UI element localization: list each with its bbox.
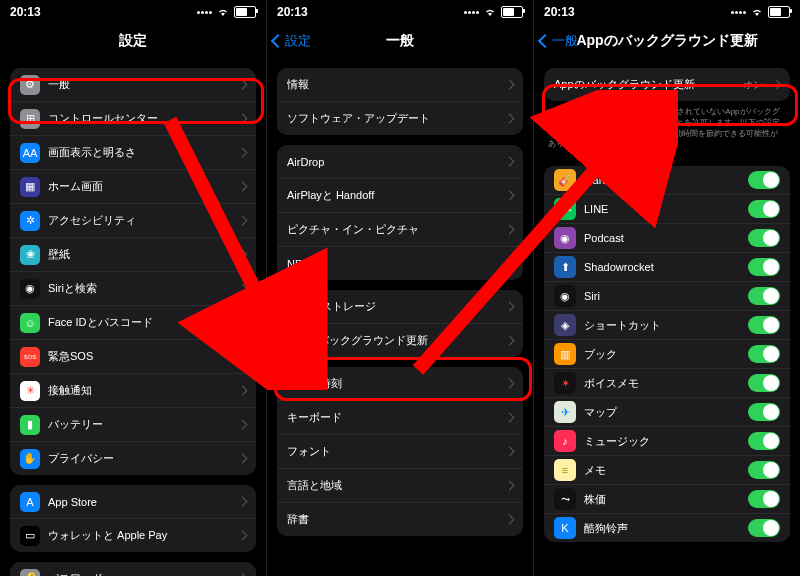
back-button[interactable]: 一般 xyxy=(540,24,578,58)
toggle-books[interactable] xyxy=(748,345,780,363)
chevron-right-icon xyxy=(238,531,248,541)
row-label: ピクチャ・イン・ピクチャ xyxy=(287,222,498,237)
row-label: メモ xyxy=(584,463,740,478)
general-row-pip[interactable]: ピクチャ・イン・ピクチャ xyxy=(277,212,523,246)
settings-row-display[interactable]: AA画面表示と明るさ xyxy=(10,135,256,169)
panel-general: 20:13 設定 一般 情報ソフトウェア・アップデートAirDropAirPla… xyxy=(266,0,533,576)
chevron-left-icon xyxy=(538,34,552,48)
settings-row-accessibility[interactable]: ✲アクセシビリティ xyxy=(10,203,256,237)
general-row-software-update[interactable]: ソフトウェア・アップデート xyxy=(277,101,523,135)
toggle-line[interactable] xyxy=(748,200,780,218)
settings-row-control-center[interactable]: ⊞コントロールセンター xyxy=(10,101,256,135)
settings-row-privacy[interactable]: ✋プライバシー xyxy=(10,441,256,475)
chevron-right-icon xyxy=(505,413,515,423)
toggle-podcast[interactable] xyxy=(748,229,780,247)
general-row-fonts[interactable]: フォント xyxy=(277,434,523,468)
row-label: 酷狗铃声 xyxy=(584,521,740,536)
general-row-iphone-storage[interactable]: iPhoneストレージ xyxy=(277,290,523,323)
accessibility-icon: ✲ xyxy=(20,211,40,231)
status-indicators xyxy=(197,6,256,18)
settings-row-home-screen[interactable]: ▦ホーム画面 xyxy=(10,169,256,203)
row-label: Appのバックグラウンド更新 xyxy=(287,333,498,348)
privacy-icon: ✋ xyxy=(20,449,40,469)
back-button[interactable]: 設定 xyxy=(273,24,311,58)
toggle-shadowrocket[interactable] xyxy=(748,258,780,276)
toggle-kugou[interactable] xyxy=(748,519,780,537)
chevron-right-icon xyxy=(505,157,515,167)
app-row-stocks[interactable]: ⤳株価 xyxy=(544,484,790,513)
chevron-right-icon xyxy=(505,225,515,235)
chevron-right-icon xyxy=(238,182,248,192)
row-label: プライバシー xyxy=(48,451,231,466)
chevron-right-icon xyxy=(238,284,248,294)
bg-refresh-master-row[interactable]: Appのバックグラウンド更新オン xyxy=(544,68,790,101)
control-center-icon: ⊞ xyxy=(20,109,40,129)
app-row-kugou[interactable]: K酷狗铃声 xyxy=(544,513,790,542)
toggle-garageband[interactable] xyxy=(748,171,780,189)
exposure-icon: ✳ xyxy=(20,381,40,401)
settings-row-exposure[interactable]: ✳接触通知 xyxy=(10,373,256,407)
settings-list[interactable]: ⚙一般⊞コントロールセンターAA画面表示と明るさ▦ホーム画面✲アクセシビリティ❀… xyxy=(0,58,266,576)
background-refresh-list[interactable]: Appのバックグラウンド更新オンWLAN/モバイル通信接続中に、使用されていない… xyxy=(534,58,800,576)
toggle-voicememos[interactable] xyxy=(748,374,780,392)
app-row-shadowrocket[interactable]: ⬆Shadowrocket xyxy=(544,252,790,281)
settings-row-sos[interactable]: SOS緊急SOS xyxy=(10,339,256,373)
general-row-about[interactable]: 情報 xyxy=(277,68,523,101)
settings-row-general[interactable]: ⚙一般 xyxy=(10,68,256,101)
general-row-keyboard[interactable]: キーボード xyxy=(277,400,523,434)
app-row-maps[interactable]: ✈マップ xyxy=(544,397,790,426)
general-row-airdrop[interactable]: AirDrop xyxy=(277,145,523,178)
settings-row-faceid[interactable]: ☺Face IDとパスコード xyxy=(10,305,256,339)
app-row-siri[interactable]: ◉Siri xyxy=(544,281,790,310)
settings-row-wallpaper[interactable]: ❀壁紙 xyxy=(10,237,256,271)
general-list[interactable]: 情報ソフトウェア・アップデートAirDropAirPlayと Handoffピク… xyxy=(267,58,533,576)
row-label: パスワード xyxy=(48,571,231,576)
music-icon: ♪ xyxy=(554,430,576,452)
app-row-books[interactable]: ▥ブック xyxy=(544,339,790,368)
app-row-voicememos[interactable]: ✶ボイスメモ xyxy=(544,368,790,397)
row-label: マップ xyxy=(584,405,740,420)
wifi-icon xyxy=(750,7,764,17)
settings-row-app-store[interactable]: AApp Store xyxy=(10,485,256,518)
settings-row-password[interactable]: 🔑パスワード xyxy=(10,562,256,576)
row-label: App Store xyxy=(48,496,231,508)
app-row-line[interactable]: LINELINE xyxy=(544,194,790,223)
general-row-dictionary[interactable]: 辞書 xyxy=(277,502,523,536)
battery-icon: ▮ xyxy=(20,415,40,435)
app-row-garageband[interactable]: 🎸GarageBand xyxy=(544,166,790,194)
row-label: コントロールセンター xyxy=(48,111,231,126)
row-label: 日付と時刻 xyxy=(287,376,498,391)
settings-row-battery[interactable]: ▮バッテリー xyxy=(10,407,256,441)
chevron-right-icon xyxy=(505,191,515,201)
toggle-maps[interactable] xyxy=(748,403,780,421)
app-row-notes[interactable]: ≡メモ xyxy=(544,455,790,484)
settings-row-wallet[interactable]: ▭ウォレットと Apple Pay xyxy=(10,518,256,552)
general-row-language-region[interactable]: 言語と地域 xyxy=(277,468,523,502)
maps-icon: ✈ xyxy=(554,401,576,423)
chevron-right-icon xyxy=(505,114,515,124)
general-row-background-refresh[interactable]: Appのバックグラウンド更新 xyxy=(277,323,523,357)
status-indicators xyxy=(464,6,523,18)
toggle-stocks[interactable] xyxy=(748,490,780,508)
general-row-airplay[interactable]: AirPlayと Handoff xyxy=(277,178,523,212)
app-row-shortcuts[interactable]: ◈ショートカット xyxy=(544,310,790,339)
shortcuts-icon: ◈ xyxy=(554,314,576,336)
chevron-right-icon xyxy=(505,259,515,269)
toggle-music[interactable] xyxy=(748,432,780,450)
cellular-icon xyxy=(731,11,746,14)
general-row-date-time[interactable]: 日付と時刻 xyxy=(277,367,523,400)
back-label: 設定 xyxy=(285,32,311,50)
toggle-shortcuts[interactable] xyxy=(748,316,780,334)
settings-row-siri-search[interactable]: ◉Siriと検索 xyxy=(10,271,256,305)
chevron-right-icon xyxy=(238,454,248,464)
row-label: バッテリー xyxy=(48,417,231,432)
battery-icon xyxy=(501,6,523,18)
general-row-nfc[interactable]: NFC xyxy=(277,246,523,280)
general-icon: ⚙ xyxy=(20,75,40,95)
status-time: 20:13 xyxy=(544,5,575,19)
app-row-music[interactable]: ♪ミュージック xyxy=(544,426,790,455)
shadowrocket-icon: ⬆ xyxy=(554,256,576,278)
toggle-siri[interactable] xyxy=(748,287,780,305)
toggle-notes[interactable] xyxy=(748,461,780,479)
app-row-podcast[interactable]: ◉Podcast xyxy=(544,223,790,252)
